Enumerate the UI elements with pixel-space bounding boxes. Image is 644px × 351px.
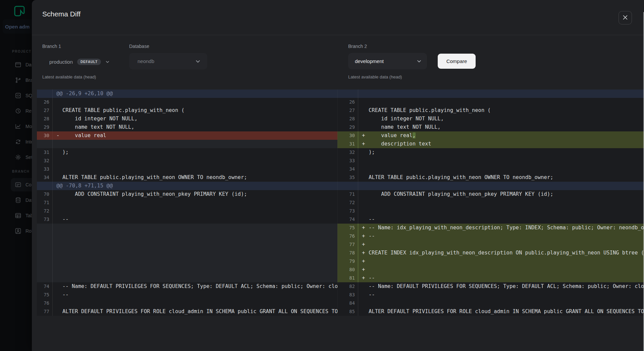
line-number: 29 [338,123,358,131]
diff-row: 7684 [37,299,644,307]
code-line [369,198,644,207]
code-line [62,157,337,165]
diff-marker [53,291,62,299]
close-button[interactable] [619,11,632,24]
diff-marker: + [358,232,369,240]
diff-marker: - [53,131,62,140]
diff-row: 28 id integer NOT NULL,28 id integer NOT… [37,115,644,123]
diff-marker [358,291,369,299]
diff-left-ctx: 34ALTER TABLE public.playing_with_neon O… [37,173,337,182]
diff-row: 79+ [37,257,644,266]
database-select[interactable]: neondb [129,53,207,69]
code-line [369,257,644,266]
branch1-value: production [49,59,73,65]
database-value: neondb [138,58,154,64]
diff-row: 29 name text NOT NULL,29 name text NOT N… [37,123,644,131]
code-line: -- [369,232,644,240]
diff-marker [358,173,369,182]
code-line [369,266,644,274]
diff-right-ctx: 73 [337,207,644,215]
line-number: 31 [338,140,358,148]
line-number: 26 [37,98,53,106]
line-number: 30 [37,131,53,140]
diff-marker: + [358,140,369,148]
line-number: 28 [37,115,53,123]
diff-marker [53,106,62,115]
diff-marker [53,299,62,307]
line-number: 78 [338,249,358,257]
line-number: 29 [37,123,53,131]
diff-marker [53,157,62,165]
hunk-header: @@ -26,9 +26,10 @@ [53,90,337,98]
code-line: ADD CONSTRAINT playing_with_neon_pkey PR… [369,190,644,198]
diff-marker: + [358,249,369,257]
schema-diff-view: @@ -26,9 +26,10 @@262627CREATE TABLE pub… [37,90,644,316]
diff-row: 76+-- [37,232,644,240]
hunk-header [358,90,644,98]
diff-right-add: 31+ description text [337,140,644,148]
diff-row: 7273 [37,207,644,215]
diff-right-ctx: 26 [337,98,644,106]
branch1-data-note: Latest available data (head) [42,74,96,79]
branch1-select[interactable]: production DEFAULT [41,54,114,70]
line-number: 74 [37,282,53,291]
line-number: 72 [37,207,53,215]
diff-marker [53,173,62,182]
diff-marker: + [358,266,369,274]
diff-right-ctx: 35ALTER TABLE public.playing_with_neon O… [337,173,644,182]
diff-row: 34ALTER TABLE public.playing_with_neon O… [37,173,644,182]
code-line: id integer NOT NULL, [369,115,644,123]
diff-row: 27CREATE TABLE public.playing_with_neon … [37,106,644,115]
diff-row: 31);32); [37,148,644,157]
diff-left-fill [37,274,337,282]
line-number: 72 [338,198,358,207]
line-number: 74 [338,215,358,224]
diff-marker [53,98,62,106]
modal-title: Schema Diff [42,10,80,18]
diff-row: 7172 [37,198,644,207]
code-line [369,157,644,165]
compare-button[interactable]: Compare [438,54,476,69]
diff-marker [358,98,369,106]
diff-marker [53,148,62,157]
diff-marker [358,106,369,115]
diff-marker: + [358,274,369,282]
diff-row: @@ -26,9 +26,10 @@ [37,90,644,98]
line-number [37,266,53,274]
code-line: value real, [369,131,644,140]
header-divider [32,35,644,35]
app-root: Open adm PROJECTDashboardBranchesSQL Edi… [0,0,644,351]
diff-marker [358,307,369,316]
line-number: 33 [37,165,53,173]
hunk-header: @@ -70,8 +71,15 @@ [53,182,337,190]
diff-right-ctx: 83-- [337,291,644,299]
diff-left-ctx: 33 [37,165,337,173]
diff-row: 77ALTER DEFAULT PRIVILEGES FOR ROLE clou… [37,307,644,316]
diff-left-ctx: 71 [37,198,337,207]
default-badge: DEFAULT [77,59,101,65]
branch2-data-note: Latest available data (head) [348,74,402,79]
schema-diff-modal: Schema Diff Branch 1 Database Branch 2 p… [32,0,644,351]
diff-right-ctx: 33 [337,157,644,165]
line-number: 26 [338,98,358,106]
code-line [62,165,337,173]
diff-right-ctx: 28 id integer NOT NULL, [337,115,644,123]
code-line: -- [369,215,644,224]
code-line: -- Name: idx_playing_with_neon_descripti… [369,224,644,232]
line-number: 27 [37,106,53,115]
diff-marker [53,215,62,224]
code-line [369,98,644,106]
diff-left-ctx: 31); [37,148,337,157]
diff-row: 31+ description text [37,140,644,148]
diff-row: 80+ [37,266,644,274]
code-line [369,299,644,307]
line-number: 75 [338,224,358,232]
diff-right-ctx: 71 ADD CONSTRAINT playing_with_neon_pkey… [337,190,644,198]
code-line: ALTER TABLE public.playing_with_neon OWN… [62,173,337,182]
line-number: 83 [338,291,358,299]
branch2-select[interactable]: development [348,53,427,69]
diff-left-fill [37,140,337,148]
diff-left-ctx: 74-- Name: DEFAULT PRIVILEGES FOR SEQUEN… [37,282,337,291]
chevron-down-icon [417,59,422,64]
diff-row: 30- value real30+ value real, [37,131,644,140]
